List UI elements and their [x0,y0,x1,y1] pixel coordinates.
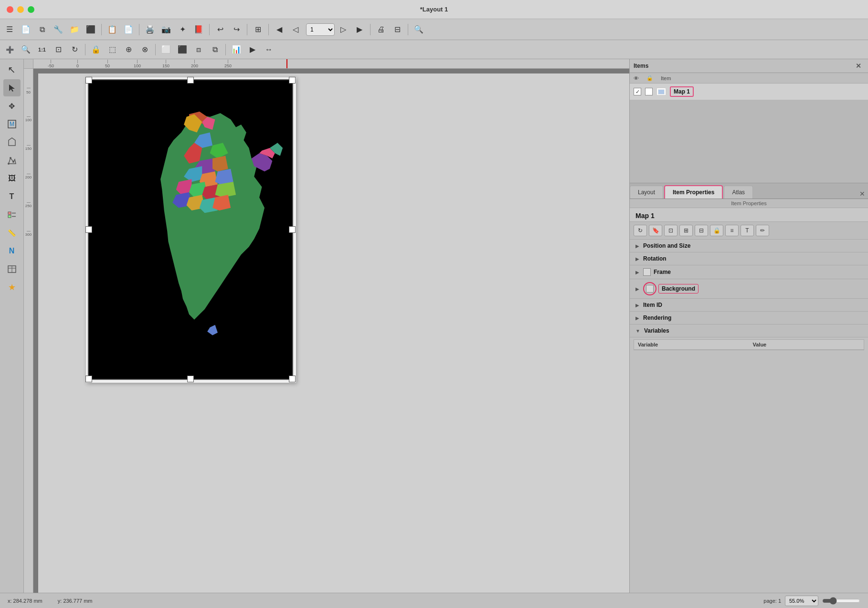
svg-point-3 [10,157,11,159]
close-button[interactable] [7,6,13,13]
zoom-fit-btn[interactable]: ⊡ [51,42,66,57]
group-btn[interactable]: ⬚ [105,42,120,57]
zoom-actual-btn[interactable]: 1:1 [34,42,50,57]
selection-handle-ml[interactable] [85,226,92,233]
prop-refresh-btn[interactable]: ↻ [634,225,647,236]
zoom-in-btn[interactable]: 🔍 [18,42,33,57]
items-row-map1[interactable]: Map 1 [630,84,868,100]
section-position-header[interactable]: ▶ Position and Size [630,240,868,252]
selection-handle-bl[interactable] [85,376,92,382]
add-label-btn[interactable]: T [3,188,21,205]
selection-handle-br[interactable] [289,376,296,382]
charts-btn[interactable]: 📊 [229,42,244,57]
prev-btn[interactable]: ◁ [288,22,303,37]
zoom-slider[interactable] [822,597,860,605]
page-select[interactable]: 1 [306,23,335,36]
section-background-header[interactable]: ▶ Background [630,279,868,299]
configure-btn[interactable]: 🔧 [51,22,66,37]
background-checkbox[interactable] [646,285,654,293]
add-shape-btn[interactable] [3,134,21,151]
export-pdf-btn[interactable]: 📕 [191,22,206,37]
selection-handle-bm[interactable] [187,376,194,382]
add-map-item-btn[interactable]: M [3,115,21,133]
section-frame-header[interactable]: ▶ Frame [630,265,868,279]
zoom-select[interactable]: 55.0% 25% 50% 75% 100% [785,596,818,606]
add-scalebar-btn[interactable]: 📏 [3,224,21,241]
tab-atlas[interactable]: Atlas [724,186,753,199]
tab-item-properties[interactable]: Item Properties [664,185,723,199]
frame-checkbox[interactable] [643,268,651,276]
open-btn[interactable]: 📁 [67,22,82,37]
save-btn[interactable]: ⬛ [83,22,98,37]
x-coord: x: 284.278 mm [8,598,42,604]
selection-handle-tl[interactable] [85,77,92,84]
prop-preview-btn[interactable]: ⊡ [664,225,677,236]
print-btn[interactable]: 🖨️ [142,22,158,37]
atlas-settings-btn[interactable]: ⊟ [390,22,405,37]
remove-pages-btn[interactable]: 📄 [121,22,136,37]
align-right-btn[interactable]: ⬛ [175,42,190,57]
tab-close-btn[interactable]: ✕ [857,189,868,199]
next-page-btn[interactable]: ▶ [352,22,367,37]
export-image-btn[interactable]: 📷 [159,22,174,37]
prop-layers-btn[interactable]: ≡ [725,225,739,236]
add-map-btn[interactable]: ➕ [2,42,17,57]
map1-label[interactable]: Map 1 [670,86,694,97]
resize-btn[interactable]: ↔ [261,42,276,57]
separator2 [139,24,139,35]
tab-layout[interactable]: Layout [630,186,663,199]
undo-btn[interactable]: ↩ [212,22,228,37]
section-variables-header[interactable]: ▼ Variables [630,325,868,337]
section-rendering-header[interactable]: ▶ Rendering [630,312,868,325]
prop-text-btn[interactable]: T [741,225,754,236]
star-btn[interactable]: ★ [3,279,21,296]
minimize-button[interactable] [17,6,24,13]
cursor-tool-btn[interactable]: ↖ [3,61,21,78]
add-north-btn[interactable]: N [3,242,21,260]
right-panel: Items ✕ 👁 🔒 Item [629,59,868,593]
india-map-svg [89,80,292,379]
maximize-button[interactable] [28,6,34,13]
align-spread-btn[interactable]: ⧉ [207,42,222,57]
lock-btn[interactable]: 🔒 [88,42,104,57]
selection-handle-tm[interactable] [187,77,194,84]
items-close-btn[interactable]: ✕ [853,61,864,71]
duplicate-btn[interactable]: ⧉ [34,22,50,37]
next-btn[interactable]: ▷ [336,22,351,37]
new-print-btn[interactable]: 📄 [18,22,33,37]
prop-atlas-btn[interactable]: ⊞ [679,225,693,236]
add-pages-btn[interactable]: 📋 [105,22,120,37]
prop-edit-btn[interactable]: ✏ [756,225,769,236]
add-nodes-btn[interactable] [3,152,21,169]
export-svg-btn[interactable]: ✦ [175,22,190,37]
map1-lock-checkbox[interactable] [645,88,653,95]
select-all-btn[interactable]: ⊕ [121,42,136,57]
section-rotation-header[interactable]: ▶ Rotation [630,252,868,265]
separator8 [85,44,85,55]
pan-tool-btn[interactable]: ✥ [3,97,21,115]
redo-btn[interactable]: ↪ [229,22,244,37]
prop-lock-btn[interactable]: 🔒 [710,225,723,236]
add-table-btn[interactable] [3,261,21,278]
select-tool-btn[interactable] [3,79,21,96]
add-picture-btn[interactable]: 🖼 [3,170,21,187]
align-left-btn[interactable]: ⬜ [159,42,174,57]
zoom-full-btn[interactable]: 🔍 [411,22,426,37]
map1-visibility-checkbox[interactable] [634,88,641,95]
new-layout-btn[interactable]: ☰ [2,22,17,37]
selection-handle-mr[interactable] [289,226,296,233]
section-itemid-header[interactable]: ▶ Item ID [630,299,868,312]
add-legend-btn[interactable] [3,206,21,223]
selection-handle-tr[interactable] [289,77,296,84]
atlas-btn[interactable]: ⊞ [250,22,265,37]
variables-header: Variable Value [634,340,864,350]
deselect-btn[interactable]: ⊗ [137,42,152,57]
refresh-btn[interactable]: ↻ [67,42,82,57]
prop-atlas2-btn[interactable]: ⊟ [695,225,708,236]
print2-btn[interactable]: 🖨 [373,22,389,37]
window-controls[interactable] [7,6,34,13]
atlas-preview-btn[interactable]: ▶ [245,42,260,57]
prev-page-btn[interactable]: ◀ [272,22,287,37]
align-distribute-btn[interactable]: ⧈ [191,42,206,57]
prop-bookmark-btn[interactable]: 🔖 [649,225,662,236]
